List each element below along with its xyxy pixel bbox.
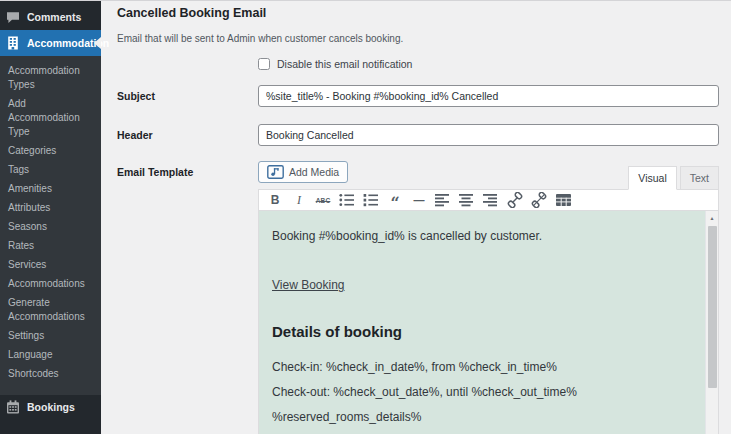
subject-row: Subject bbox=[117, 85, 719, 107]
align-center-button[interactable] bbox=[455, 190, 479, 210]
empty-label-spacer bbox=[117, 58, 258, 63]
page-title: Cancelled Booking Email bbox=[117, 5, 719, 21]
align-center-icon bbox=[459, 193, 475, 207]
editor-heading-details: Details of booking bbox=[272, 322, 693, 341]
checkout-line: Check-out: %check_out_date%, until %chec… bbox=[272, 385, 577, 399]
header-row: Header bbox=[117, 124, 719, 146]
submenu-add-accommodation-type[interactable]: Add Accommodation Type bbox=[0, 94, 101, 141]
sidebar-item-accommodation[interactable]: Accommodation bbox=[0, 30, 101, 56]
bookings-icon bbox=[6, 400, 20, 414]
editor-scrollbar[interactable]: ▲ bbox=[705, 211, 718, 434]
numbered-list-icon bbox=[363, 193, 379, 207]
bulleted-list-icon bbox=[339, 193, 355, 207]
editor-top-bar: Add Media Visual Text bbox=[258, 161, 719, 189]
editor-toolbar: B I ABC “ — bbox=[258, 189, 719, 211]
submenu-language[interactable]: Language bbox=[0, 345, 101, 364]
header-label: Header bbox=[117, 124, 258, 141]
tab-visual[interactable]: Visual bbox=[628, 166, 676, 190]
strikethrough-icon: ABC bbox=[316, 197, 331, 204]
sidebar-item-comments[interactable]: Comments bbox=[0, 4, 101, 30]
bold-button[interactable]: B bbox=[263, 190, 287, 210]
editor-paragraph-link: View Booking bbox=[272, 273, 693, 298]
submenu-settings[interactable]: Settings bbox=[0, 326, 101, 345]
add-media-button[interactable]: Add Media bbox=[258, 161, 348, 183]
align-left-icon bbox=[435, 193, 451, 207]
submenu-seasons[interactable]: Seasons bbox=[0, 217, 101, 236]
submenu-attributes[interactable]: Attributes bbox=[0, 198, 101, 217]
email-template-editor: Add Media Visual Text B I ABC bbox=[258, 161, 719, 434]
toolbar-toggle-button[interactable] bbox=[551, 190, 575, 210]
disable-notification-label: Disable this email notification bbox=[277, 58, 412, 70]
reserved-rooms-line: %reserved_rooms_details% bbox=[272, 410, 421, 424]
submenu-shortcodes[interactable]: Shortcodes bbox=[0, 364, 101, 383]
remove-link-icon bbox=[531, 192, 547, 208]
align-left-button[interactable] bbox=[431, 190, 455, 210]
sidebar-item-appearance[interactable]: Appearance bbox=[0, 429, 101, 434]
blockquote-button[interactable]: “ bbox=[383, 190, 407, 210]
menu-separator bbox=[0, 419, 101, 429]
blockquote-icon: “ bbox=[390, 192, 399, 208]
submenu-rates[interactable]: Rates bbox=[0, 236, 101, 255]
add-media-label: Add Media bbox=[289, 166, 339, 178]
editor-paragraph-dates: Check-in: %check_in_date%, from %check_i… bbox=[272, 355, 693, 430]
active-menu-arrow bbox=[94, 37, 101, 49]
subject-input[interactable] bbox=[258, 85, 719, 107]
disable-notification-checkbox-wrap[interactable]: Disable this email notification bbox=[258, 58, 719, 70]
header-input[interactable] bbox=[258, 124, 719, 146]
editor-paragraph-cancelled: Booking #%booking_id% is cancelled by cu… bbox=[272, 224, 693, 249]
align-right-icon bbox=[483, 193, 499, 207]
toolbar-toggle-icon bbox=[556, 194, 571, 206]
subject-label: Subject bbox=[117, 85, 258, 102]
accommodation-icon bbox=[6, 36, 20, 50]
bold-icon: B bbox=[271, 193, 280, 207]
sidebar-item-bookings[interactable]: Bookings bbox=[0, 395, 101, 419]
insert-link-button[interactable] bbox=[503, 190, 527, 210]
submenu-services[interactable]: Services bbox=[0, 255, 101, 274]
strikethrough-button[interactable]: ABC bbox=[311, 190, 335, 210]
submenu-amenities[interactable]: Amenities bbox=[0, 179, 101, 198]
submenu-accommodations[interactable]: Accommodations bbox=[0, 274, 101, 293]
editor-content-area[interactable]: Booking #%booking_id% is cancelled by cu… bbox=[259, 211, 705, 434]
italic-button[interactable]: I bbox=[287, 190, 311, 210]
editor-body: Booking #%booking_id% is cancelled by cu… bbox=[258, 211, 719, 434]
tab-text[interactable]: Text bbox=[680, 166, 719, 190]
horizontal-rule-button[interactable]: — bbox=[407, 190, 431, 210]
align-right-button[interactable] bbox=[479, 190, 503, 210]
italic-icon: I bbox=[297, 193, 301, 208]
submenu-tags[interactable]: Tags bbox=[0, 160, 101, 179]
view-booking-link[interactable]: View Booking bbox=[272, 278, 345, 292]
sidebar-item-label: Comments bbox=[27, 11, 81, 23]
editor-mode-tabs: Visual Text bbox=[628, 166, 719, 190]
insert-link-icon bbox=[507, 192, 523, 208]
submenu-accommodation-types[interactable]: Accommodation Types bbox=[0, 61, 101, 94]
media-icon bbox=[267, 165, 284, 179]
main-content: Cancelled Booking Email Email that will … bbox=[101, 1, 731, 434]
numbered-list-button[interactable] bbox=[359, 190, 383, 210]
disable-notification-checkbox[interactable] bbox=[258, 58, 270, 70]
sidebar-bottom-group: Bookings Appearance Plugins bbox=[0, 395, 101, 434]
scrollbar-thumb[interactable] bbox=[708, 226, 717, 388]
submenu-generate-accommodations[interactable]: Generate Accommodations bbox=[0, 293, 101, 326]
email-template-row: Email Template Add bbox=[117, 161, 719, 434]
admin-sidebar: Comments Accommodation Accommodation Typ… bbox=[0, 1, 101, 434]
horizontal-rule-icon: — bbox=[414, 194, 425, 206]
admin-screen: Comments Accommodation Accommodation Typ… bbox=[0, 0, 731, 434]
scrollbar-up-arrow[interactable]: ▲ bbox=[706, 211, 718, 224]
disable-notification-row: Disable this email notification bbox=[117, 58, 719, 70]
checkin-line: Check-in: %check_in_date%, from %check_i… bbox=[272, 360, 557, 374]
sidebar-item-label: Bookings bbox=[27, 401, 75, 413]
email-template-label: Email Template bbox=[117, 161, 258, 178]
bulleted-list-button[interactable] bbox=[335, 190, 359, 210]
accommodation-submenu: Accommodation Types Add Accommodation Ty… bbox=[0, 56, 101, 395]
page-description: Email that will be sent to Admin when cu… bbox=[117, 32, 719, 45]
comments-icon bbox=[6, 10, 20, 24]
submenu-categories[interactable]: Categories bbox=[0, 141, 101, 160]
remove-link-button[interactable] bbox=[527, 190, 551, 210]
